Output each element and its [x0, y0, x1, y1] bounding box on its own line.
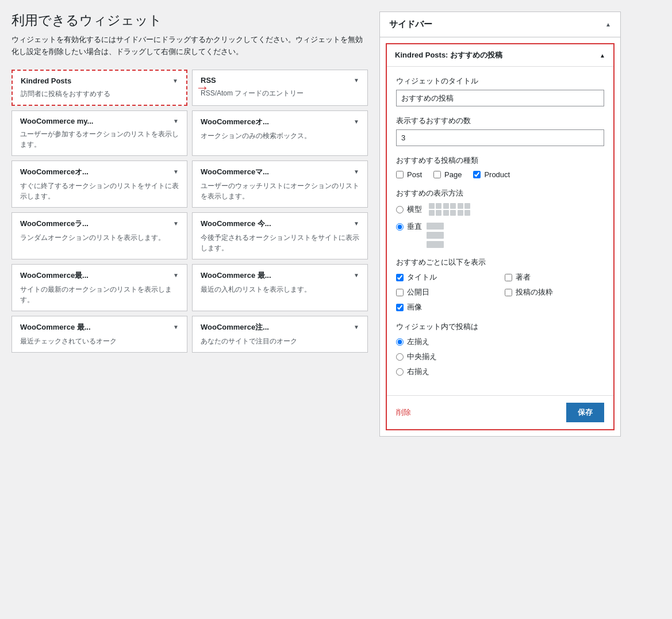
post-type-product-checkbox[interactable] — [473, 171, 481, 178]
widget-item-woocommerce-sai3[interactable]: WooCommerce 最... ▼ 最近チェックされているオーク — [11, 316, 187, 353]
show-excerpt-item[interactable]: 投稿の抜粋 — [505, 287, 604, 297]
widget-item-woocommerce-ima[interactable]: WooCommerce 今... ▼ 今後予定されるオークションリストをサイトに… — [192, 212, 368, 259]
horizontal-icons — [429, 203, 470, 216]
widget-settings-header[interactable]: Kindred Posts: おすすめの投稿 ▲ — [387, 44, 613, 67]
horizontal-icon-2 — [443, 203, 456, 216]
widget-item-woocommerce-ma[interactable]: WooCommerceマ... ▼ ユーザーのウォッチリストにオークションのリス… — [192, 161, 368, 208]
dropdown-arrow-icon: ▼ — [173, 118, 179, 124]
count-label: 表示するおすすめの数 — [396, 116, 604, 126]
display-horizontal-item[interactable]: 横型 — [396, 204, 422, 215]
display-vertical-item[interactable]: 垂直 — [396, 221, 422, 232]
widget-item-woocommerce-o2[interactable]: WooCommerceオ... ▼ すぐに終了するオークションのリストをサイトに… — [11, 161, 187, 208]
count-group: 表示するおすすめの数 — [396, 116, 604, 146]
page-description: ウィジェットを有効化するにはサイドバーにドラッグするかクリックしてください。ウィ… — [11, 34, 368, 58]
widget-desc: 最近チェックされているオーク — [20, 336, 179, 346]
post-type-product-item[interactable]: Product — [473, 170, 510, 179]
page-title: 利用できるウィジェット — [11, 12, 368, 29]
vertical-icon-1 — [427, 223, 444, 230]
widget-desc: 最近の入札のリストを表示します。 — [201, 284, 359, 295]
sidebar-header: サイドバー ▲ — [380, 12, 620, 37]
widget-desc: ランダムオークションのリストを表示します。 — [20, 232, 179, 243]
alignment-group: ウィジェット内で投稿は 左揃え 中央揃え 右揃え — [396, 322, 604, 377]
display-method-label: おすすめの表示方法 — [396, 188, 604, 198]
show-excerpt-checkbox[interactable] — [505, 289, 512, 296]
align-right-item[interactable]: 右揃え — [396, 366, 604, 377]
align-center-radio[interactable] — [396, 353, 404, 361]
widget-name: WooCommerceオ... — [20, 167, 89, 177]
widget-settings-collapse-icon: ▲ — [600, 52, 605, 59]
align-right-label: 右揃え — [407, 366, 429, 377]
show-date-checkbox[interactable] — [396, 289, 404, 296]
dropdown-arrow-icon: ▼ — [173, 220, 179, 227]
dropdown-arrow-icon: ▼ — [172, 78, 178, 84]
post-type-post-checkbox[interactable] — [396, 171, 404, 178]
show-image-label: 画像 — [407, 302, 422, 312]
widget-name: WooCommerce注... — [201, 322, 269, 333]
widget-item-woocommerce-sai2[interactable]: WooCommerce 最... ▼ 最近の入札のリストを表示します。 — [192, 264, 368, 311]
show-image-item[interactable]: 画像 — [396, 302, 496, 312]
widget-name: WooCommerceオ... — [201, 117, 269, 127]
horizontal-icon-1 — [429, 203, 441, 216]
post-types-group: おすすめする投稿の種類 Post Page Product — [396, 155, 604, 179]
display-horizontal-label: 横型 — [407, 204, 422, 215]
show-items-label: おすすめごとに以下を表示 — [396, 257, 604, 268]
vertical-icons — [427, 223, 444, 248]
widget-item-woocommerce-my[interactable]: WooCommerce my... ▼ ユーザーが参加するオークションのリストを… — [11, 110, 187, 156]
display-horizontal-radio[interactable] — [396, 206, 404, 213]
align-left-radio[interactable] — [396, 338, 404, 346]
widget-item-kindred-posts[interactable]: Kindred Posts ▼ 訪問者に投稿をおすすめする → — [11, 70, 187, 106]
delete-link[interactable]: 削除 — [396, 407, 411, 418]
widget-item-woocommerce-sai[interactable]: WooCommerce最... ▼ サイトの最新のオークションのリストを表示しま… — [11, 264, 187, 311]
show-author-item[interactable]: 著者 — [505, 272, 604, 282]
count-input[interactable] — [396, 129, 604, 146]
align-right-radio[interactable] — [396, 368, 404, 376]
sidebar-panel: サイドバー ▲ Kindred Posts: おすすめの投稿 ▲ ウィジェットの… — [379, 12, 621, 437]
display-vertical-radio[interactable] — [396, 223, 404, 231]
vertical-icon-2 — [427, 232, 444, 239]
widgets-grid: Kindred Posts ▼ 訪問者に投稿をおすすめする → RSS ▼ RS… — [11, 70, 368, 353]
align-center-item[interactable]: 中央揃え — [396, 351, 604, 362]
show-items-group: おすすめごとに以下を表示 タイトル 著者 公開日 — [396, 257, 604, 312]
dropdown-arrow-icon: ▼ — [354, 169, 359, 175]
widget-desc: ユーザーのウォッチリストにオークションのリストを表示します。 — [201, 181, 359, 201]
widget-desc: あなたのサイトで注目のオーク — [201, 336, 359, 346]
widget-title-input[interactable] — [396, 90, 604, 106]
dropdown-arrow-icon: ▼ — [354, 119, 359, 125]
dropdown-arrow-icon: ▼ — [173, 324, 179, 330]
post-type-page-checkbox[interactable] — [433, 171, 441, 178]
align-left-item[interactable]: 左揃え — [396, 337, 604, 347]
alignment-label: ウィジェット内で投稿は — [396, 322, 604, 332]
widget-name: WooCommerceマ... — [201, 167, 269, 177]
dropdown-arrow-icon: ▼ — [354, 220, 359, 227]
show-author-checkbox[interactable] — [505, 274, 512, 281]
display-vertical-label: 垂直 — [407, 221, 422, 232]
save-button[interactable]: 保存 — [566, 403, 604, 422]
widget-name: Kindred Posts — [21, 77, 71, 85]
display-method-group: おすすめの表示方法 横型 — [396, 188, 604, 248]
sidebar-collapse-icon[interactable]: ▲ — [605, 21, 611, 28]
widget-item-woocommerce-chu[interactable]: WooCommerce注... ▼ あなたのサイトで注目のオーク — [192, 316, 368, 353]
widget-name: WooCommerce最... — [20, 270, 89, 281]
post-types-label: おすすめする投稿の種類 — [396, 155, 604, 166]
widget-desc: すぐに終了するオークションのリストをサイトに表示します。 — [20, 181, 179, 201]
dropdown-arrow-icon: ▼ — [173, 169, 179, 175]
horizontal-icon-3 — [458, 203, 470, 216]
widget-title-label: ウィジェットのタイトル — [396, 76, 604, 86]
show-title-checkbox[interactable] — [396, 274, 404, 281]
show-title-item[interactable]: タイトル — [396, 272, 496, 282]
widget-item-rss[interactable]: RSS ▼ RSS/Atom フィードのエントリー — [192, 70, 368, 106]
post-type-product-label: Product — [484, 170, 510, 179]
post-type-post-label: Post — [407, 170, 422, 179]
post-type-page-item[interactable]: Page — [433, 170, 462, 179]
widget-item-woocommerce-o1[interactable]: WooCommerceオ... ▼ オークションのみの検索ボックス。 — [192, 110, 368, 156]
show-author-label: 著者 — [516, 272, 531, 282]
show-date-item[interactable]: 公開日 — [396, 287, 496, 297]
arrow-right-icon: → — [195, 79, 209, 95]
left-panel: 利用できるウィジェット ウィジェットを有効化するにはサイドバーにドラッグするかク… — [11, 12, 379, 437]
widget-name: WooCommerce my... — [20, 117, 93, 125]
show-image-checkbox[interactable] — [396, 304, 404, 311]
post-type-post-item[interactable]: Post — [396, 170, 422, 179]
widget-item-woocommerce-ra[interactable]: WooCommerceラ... ▼ ランダムオークションのリストを表示します。 — [11, 212, 187, 259]
widget-name: WooCommerce 今... — [201, 219, 271, 229]
widget-title-group: ウィジェットのタイトル — [396, 76, 604, 106]
